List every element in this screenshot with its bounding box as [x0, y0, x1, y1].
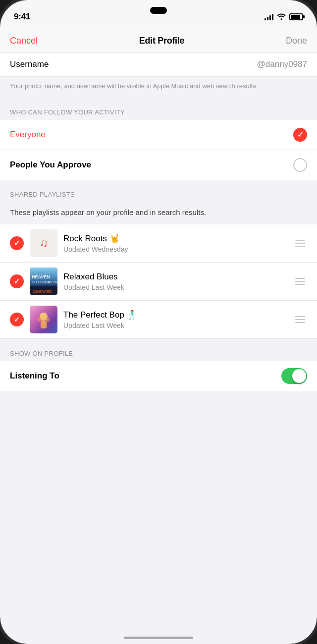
- battery-icon: [289, 13, 303, 20]
- playlist-updated-perfect-bop: Updated Last Week: [63, 322, 287, 329]
- playlist-info-rock-roots: Rock Roots 🤘 Updated Wednesday: [63, 233, 287, 253]
- cancel-button[interactable]: Cancel: [10, 36, 38, 46]
- playlist-art-relaxed-blues: HEAVEN IS LOUDER JUNKYARD JUNKYARD: [30, 268, 57, 295]
- phone-inner: 9:41: [0, 0, 317, 644]
- username-label: Username: [10, 59, 49, 69]
- playlist-art-perfect-bop: [30, 306, 57, 333]
- everyone-option[interactable]: Everyone: [0, 120, 317, 150]
- approve-radio-unselected[interactable]: [293, 158, 307, 172]
- music-note-icon: ♫: [40, 237, 48, 250]
- svg-point-10: [46, 318, 50, 322]
- listening-to-row: Listening To: [0, 361, 317, 391]
- svg-text:HEAVEN: HEAVEN: [32, 274, 50, 279]
- toggle-knob: [292, 369, 306, 383]
- svg-text:JUNKYARD: JUNKYARD: [44, 280, 57, 284]
- approve-option[interactable]: People You Approve: [0, 150, 317, 180]
- everyone-label: Everyone: [10, 130, 46, 140]
- playlist-art-rock-roots: ♫: [30, 229, 57, 257]
- playlists-note: These playlists appear on your profile a…: [0, 202, 317, 224]
- wifi-icon: [277, 13, 286, 21]
- svg-rect-8: [41, 321, 47, 328]
- svg-point-9: [38, 318, 42, 322]
- status-icons: [264, 13, 303, 21]
- done-button[interactable]: Done: [286, 36, 307, 46]
- status-time: 9:41: [14, 12, 30, 22]
- playlist-check-perfect-bop[interactable]: [10, 313, 24, 326]
- everyone-radio-selected[interactable]: [293, 128, 307, 142]
- listening-to-toggle[interactable]: [281, 368, 307, 384]
- show-on-profile-header: SHOW ON PROFILE: [0, 339, 317, 361]
- phone-frame: 9:41: [0, 0, 317, 644]
- playlist-name-relaxed-blues: Relaxed Blues: [63, 271, 287, 282]
- svg-text:JUNKYARD: JUNKYARD: [33, 290, 52, 293]
- bottom-spacer: [0, 391, 317, 411]
- username-value: @danny0987: [257, 59, 307, 69]
- drag-handle-perfect-bop[interactable]: [293, 314, 307, 325]
- drag-handle-rock-roots[interactable]: [293, 238, 307, 249]
- playlist-name-rock-roots: Rock Roots 🤘: [63, 233, 287, 244]
- playlist-info-relaxed-blues: Relaxed Blues Updated Last Week: [63, 271, 287, 291]
- playlists-section-header: SHARED PLAYLISTS: [0, 180, 317, 202]
- approve-label: People You Approve: [10, 160, 91, 170]
- playlist-relaxed-blues[interactable]: HEAVEN IS LOUDER JUNKYARD JUNKYARD: [0, 263, 317, 301]
- listening-to-label: Listening To: [10, 371, 59, 381]
- playlist-info-perfect-bop: The Perfect Bop 🕺 Updated Last Week: [63, 310, 287, 329]
- playlist-name-perfect-bop: The Perfect Bop 🕺: [63, 310, 287, 321]
- drag-handle-relaxed-blues[interactable]: [293, 276, 307, 287]
- playlist-updated-relaxed-blues: Updated Last Week: [63, 283, 287, 291]
- playlist-check-relaxed-blues[interactable]: [10, 274, 24, 288]
- page-title: Edit Profile: [139, 36, 184, 46]
- profile-note: Your photo, name, and username will be v…: [0, 77, 317, 98]
- signal-icon: [264, 13, 273, 20]
- playlist-check-rock-roots[interactable]: [10, 236, 24, 250]
- follow-section-header: WHO CAN FOLLOW YOUR ACTIVITY: [0, 98, 317, 120]
- content: Username @danny0987 Your photo, name, an…: [0, 53, 317, 411]
- home-indicator[interactable]: [124, 637, 193, 639]
- playlist-updated-rock-roots: Updated Wednesday: [63, 245, 287, 253]
- nav-bar: Cancel Edit Profile Done: [0, 28, 317, 53]
- playlist-perfect-bop[interactable]: The Perfect Bop 🕺 Updated Last Week: [0, 301, 317, 339]
- screen: Cancel Edit Profile Done Username @danny…: [0, 28, 317, 644]
- playlist-rock-roots[interactable]: ♫ Rock Roots 🤘 Updated Wednesday: [0, 224, 317, 263]
- status-bar: 9:41: [0, 0, 317, 28]
- username-row: Username @danny0987: [0, 53, 317, 77]
- status-notch: [150, 7, 167, 14]
